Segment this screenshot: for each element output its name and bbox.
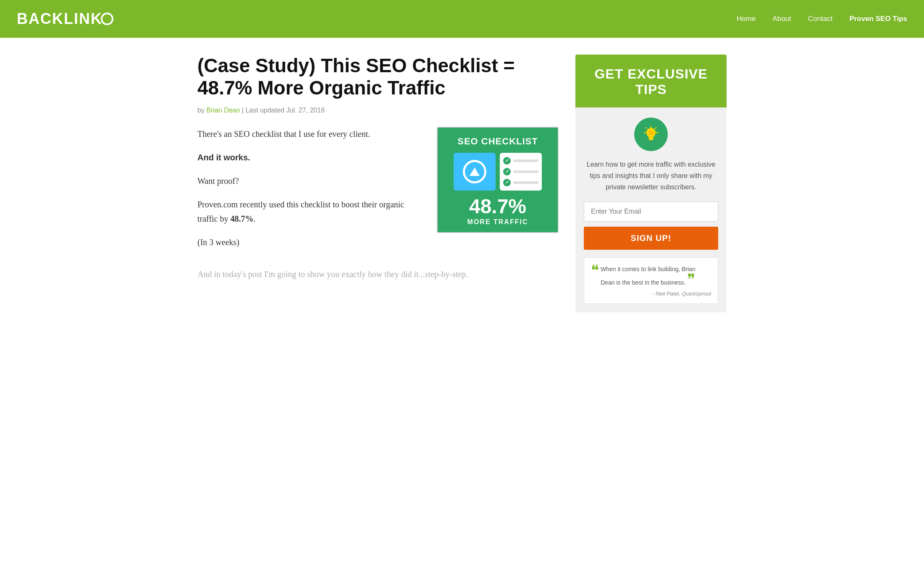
check-line-1: ✓ (503, 157, 538, 165)
checklist-percent: 48.7% (444, 196, 551, 217)
post-meta: by Brian Dean | Last updated Jul. 27, 20… (197, 107, 559, 114)
para-3: Want proof? (197, 174, 420, 188)
checklist-title: SEO CHECKLIST (444, 136, 551, 147)
check-bar-2 (513, 170, 538, 173)
page-wrapper: (Case Study) This SEO Checklist = 48.7% … (181, 38, 743, 337)
sidebar-title: GET EXCLUSIVE TIPS (584, 66, 718, 97)
para-1: There's an SEO checklist that I use for … (197, 127, 420, 141)
sidebar-header: GET EXCLUSIVE TIPS (575, 55, 727, 107)
main-content: (Case Study) This SEO Checklist = 48.7% … (197, 55, 559, 290)
open-quote-icon: ❝ (591, 264, 599, 277)
para-2: And it works. (197, 150, 420, 165)
signup-button[interactable]: SIGN UP! (584, 227, 718, 250)
post-body-continued: And in today's post I'm going to show yo… (197, 267, 559, 281)
svg-point-3 (648, 130, 654, 135)
email-input[interactable] (584, 201, 718, 222)
sidebar-description: Learn how to get more traffic with exclu… (584, 159, 718, 193)
close-quote-icon: ❞ (687, 271, 695, 288)
logo-o (101, 13, 113, 25)
checklist-visual: ✓ ✓ ✓ (444, 153, 551, 191)
site-logo[interactable]: BACKLINK (17, 10, 113, 28)
arrow-box (454, 153, 496, 191)
nav-item-proven[interactable]: Proven SEO Tips (849, 15, 907, 23)
content-row: There's an SEO checklist that I use for … (197, 127, 559, 259)
meta-date: Last updated Jul. 27, 2016 (245, 107, 325, 114)
check-circle-3: ✓ (503, 179, 511, 186)
checklist-more-traffic: MORE TRAFFIC (444, 218, 551, 226)
testimonial-quote: When it comes to link building, Brian De… (601, 266, 696, 286)
para-4-bold: 48.7% (231, 214, 254, 223)
post-title: (Case Study) This SEO Checklist = 48.7% … (197, 55, 559, 99)
site-header: BACKLINK Home About Contact Proven SEO T… (0, 0, 924, 38)
check-circle-1: ✓ (503, 157, 511, 165)
post-body: There's an SEO checklist that I use for … (197, 127, 420, 259)
checklist-box: ✓ ✓ ✓ (500, 153, 542, 191)
lightbulb-svg (642, 125, 660, 144)
check-bar-3 (513, 181, 538, 184)
meta-by: by (197, 107, 205, 114)
para-5: (In 3 weeks) (197, 235, 420, 249)
main-nav: Home About Contact Proven SEO Tips (737, 15, 907, 23)
svg-rect-2 (649, 139, 653, 140)
nav-item-about[interactable]: About (772, 15, 791, 23)
para-4-start: Proven.com recently used this checklist … (197, 200, 404, 223)
svg-line-5 (655, 128, 656, 129)
testimonial-author: - Neil Patel, Quicksprout (591, 290, 711, 297)
testimonial-box: ❝ When it comes to link building, Brian … (584, 257, 718, 304)
nav-item-home[interactable]: Home (737, 15, 756, 23)
checklist-image: SEO CHECKLIST ✓ ✓ (437, 127, 559, 233)
svg-line-6 (646, 128, 647, 129)
para-4-end: . (254, 214, 256, 223)
author-link[interactable]: Brian Dean (206, 107, 240, 114)
check-line-3: ✓ (503, 179, 538, 186)
svg-rect-1 (648, 137, 654, 139)
para-4: Proven.com recently used this checklist … (197, 197, 420, 226)
check-line-2: ✓ (503, 168, 538, 175)
check-circle-2: ✓ (503, 168, 511, 175)
nav-item-contact[interactable]: Contact (808, 15, 833, 23)
arrow-circle (463, 160, 486, 183)
lightbulb-icon (634, 118, 668, 151)
testimonial-text: ❝ When it comes to link building, Brian … (591, 264, 711, 288)
check-bar-1 (513, 160, 538, 162)
sidebar: GET EXCLUSIVE TIPS (575, 55, 727, 312)
para-6: And in today's post I'm going to show yo… (197, 267, 559, 281)
sidebar-box: GET EXCLUSIVE TIPS (575, 55, 727, 312)
arrow-up-icon (470, 167, 480, 176)
sidebar-body: Learn how to get more traffic with exclu… (575, 107, 727, 312)
